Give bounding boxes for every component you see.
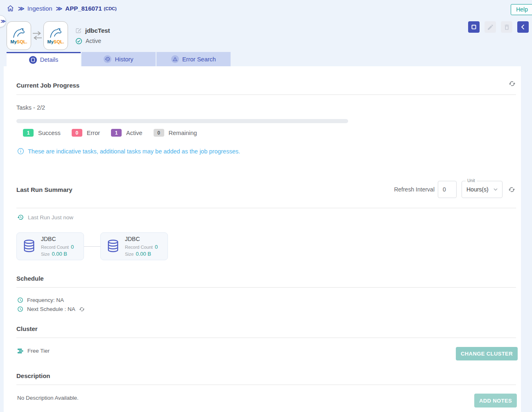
chevron-double-right-icon: ≫ bbox=[0, 18, 5, 24]
active-label: Active bbox=[126, 130, 143, 136]
status-check-icon bbox=[75, 38, 82, 45]
tab-details[interactable]: Details bbox=[7, 52, 81, 66]
node-connector-line bbox=[84, 246, 100, 247]
source-node-card[interactable]: JDBC Record Count0 Size0.00 B bbox=[16, 232, 84, 260]
tab-error-search-label: Error Search bbox=[182, 56, 216, 63]
breadcrumb-separator-icon: ≫ bbox=[18, 5, 24, 12]
collapse-panel-button[interactable] bbox=[517, 21, 529, 33]
source-connector-card[interactable]: MySQL. bbox=[7, 21, 31, 50]
tab-history[interactable]: History bbox=[81, 52, 156, 66]
refresh-interval-input[interactable] bbox=[438, 181, 457, 198]
clock-icon bbox=[17, 306, 23, 312]
refresh-summary-button[interactable] bbox=[508, 186, 515, 193]
drawer-expand-handle[interactable]: ≫ bbox=[0, 15, 6, 27]
stop-icon bbox=[470, 23, 478, 31]
last-run-node-flow: JDBC Record Count0 Size0.00 B JDBC Recor… bbox=[16, 232, 168, 260]
size-label: Size bbox=[41, 252, 50, 257]
job-actions-toolbar bbox=[468, 21, 529, 33]
node-name: JDBC bbox=[125, 236, 158, 242]
mysql-dolphin-icon bbox=[11, 27, 27, 39]
target-node-card[interactable]: JDBC Record Count0 Size0.00 B bbox=[100, 232, 168, 260]
unit-value: Hours(s) bbox=[466, 186, 489, 193]
breadcrumb-separator-icon: ≫ bbox=[56, 5, 62, 12]
tab-error-search[interactable]: Error Search bbox=[156, 52, 231, 66]
success-label: Success bbox=[38, 130, 61, 136]
cluster-tier: Free Tier bbox=[17, 348, 50, 354]
job-status-badge: Active bbox=[86, 38, 101, 44]
node-name: JDBC bbox=[41, 236, 74, 242]
delete-job-button bbox=[501, 21, 512, 33]
add-notes-button[interactable]: ADD NOTES bbox=[474, 394, 517, 407]
record-count-value: 0 bbox=[71, 244, 74, 250]
schedule-next-text: Next Schedule : NA bbox=[27, 306, 75, 312]
refresh-interval-label: Refresh Interval bbox=[394, 186, 435, 193]
job-title: jdbcTest bbox=[85, 27, 110, 34]
cluster-tier-text: Free Tier bbox=[27, 348, 50, 354]
sync-arrows-icon bbox=[31, 30, 43, 41]
details-icon bbox=[29, 56, 37, 64]
unit-select[interactable]: Unit Hours(s) bbox=[462, 181, 503, 198]
last-run-summary-title: Last Run Summary bbox=[16, 186, 72, 193]
record-count-value: 0 bbox=[155, 244, 158, 250]
details-panel: Current Job Progress Tasks - 2/2 1 Succe… bbox=[4, 66, 521, 412]
info-icon bbox=[17, 148, 24, 155]
breadcrumb-item-ingestion[interactable]: Ingestion bbox=[27, 5, 52, 12]
last-run-time: Last Run Just now bbox=[17, 214, 73, 221]
mysql-logo-label: MySQL. bbox=[48, 40, 64, 44]
description-title: Description bbox=[16, 372, 50, 379]
description-empty-text: No Description Available. bbox=[17, 395, 79, 401]
current-job-progress-title: Current Job Progress bbox=[16, 82, 79, 89]
refresh-icon bbox=[509, 80, 516, 87]
clock-icon bbox=[17, 297, 23, 303]
schedule-frequency-text: Frequency: NA bbox=[27, 297, 64, 303]
refresh-icon bbox=[508, 186, 515, 193]
divider bbox=[16, 208, 516, 208]
refresh-icon bbox=[79, 306, 85, 312]
refresh-schedule-button[interactable] bbox=[79, 306, 85, 312]
breadcrumb-suffix: (CDC) bbox=[104, 6, 117, 11]
record-count-label: Record Count bbox=[41, 245, 69, 250]
stop-job-button[interactable] bbox=[468, 21, 480, 33]
divider bbox=[16, 95, 516, 95]
edit-job-name-icon[interactable] bbox=[75, 27, 82, 34]
size-value: 0.00 B bbox=[52, 251, 67, 257]
pencil-icon bbox=[487, 24, 494, 31]
help-button[interactable]: Help bbox=[511, 4, 532, 15]
chevron-left-icon bbox=[519, 23, 527, 31]
last-run-time-text: Last Run Just now bbox=[28, 214, 73, 221]
tab-details-label: Details bbox=[40, 56, 58, 63]
divider bbox=[16, 338, 516, 338]
size-label: Size bbox=[125, 252, 134, 257]
history-icon bbox=[104, 55, 111, 63]
history-clock-icon bbox=[17, 214, 24, 221]
error-label: Error bbox=[87, 130, 100, 136]
cluster-title: Cluster bbox=[16, 325, 38, 332]
refresh-interval-controls: Refresh Interval Unit Hours(s) bbox=[394, 181, 515, 198]
refresh-progress-button[interactable] bbox=[509, 80, 516, 87]
success-count-badge: 1 bbox=[23, 129, 34, 137]
schedule-next: Next Schedule : NA bbox=[17, 306, 85, 312]
target-connector-card[interactable]: MySQL. bbox=[43, 21, 68, 50]
database-icon bbox=[106, 239, 120, 254]
indicative-tasks-note: These are indicative tasks, additional t… bbox=[17, 148, 240, 155]
tab-bar: Details History Error Search bbox=[7, 52, 231, 66]
active-count-badge: 1 bbox=[111, 129, 122, 137]
tasks-count-label: Tasks - 2/2 bbox=[16, 104, 45, 111]
breadcrumb-item-app[interactable]: APP_816071 bbox=[65, 5, 102, 12]
database-icon bbox=[22, 239, 36, 254]
divider bbox=[16, 385, 516, 385]
change-cluster-button[interactable]: CHANGE CLUSTER bbox=[456, 347, 518, 360]
size-value: 0.00 B bbox=[136, 251, 151, 257]
tab-history-label: History bbox=[115, 56, 133, 63]
remaining-label: Remaining bbox=[169, 130, 197, 136]
indicative-tasks-note-text: These are indicative tasks, additional t… bbox=[28, 148, 240, 155]
home-icon[interactable] bbox=[7, 5, 14, 12]
remaining-count-badge: 0 bbox=[154, 129, 164, 137]
mysql-dolphin-icon bbox=[48, 27, 63, 39]
progress-legend: 1 Success 0 Error 1 Active 0 Remaining bbox=[23, 129, 208, 137]
breadcrumb: ≫ Ingestion ≫ APP_816071 (CDC) bbox=[7, 5, 117, 12]
schedule-frequency: Frequency: NA bbox=[17, 297, 64, 303]
unit-floating-label: Unit bbox=[466, 178, 477, 183]
mysql-logo-label: MySQL. bbox=[11, 40, 27, 44]
divider bbox=[16, 287, 516, 288]
